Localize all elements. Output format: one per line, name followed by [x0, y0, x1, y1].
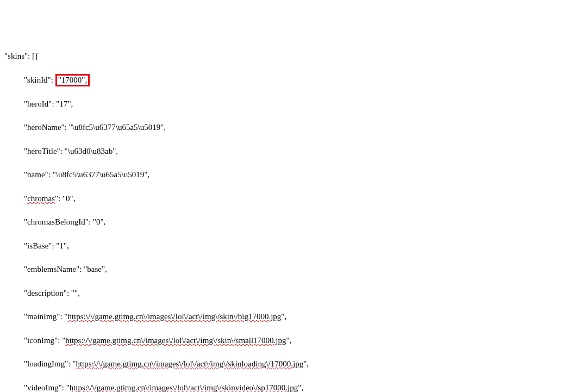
skin0-name: "name": "\u8fc5\u6377\u65a5\u5019",	[20, 169, 587, 181]
chromas-key: chromas	[27, 194, 55, 203]
skin0-skinid: "skinId": "17000",	[20, 74, 587, 86]
skin0-loadingimg: "loadingImg": "https:\/\/game.gtimg.cn\/…	[20, 358, 587, 370]
skins-open: "skins": [{	[0, 51, 587, 63]
skin0-mainimg: "mainImg": "https:\/\/game.gtimg.cn\/ima…	[20, 311, 587, 323]
skin0-videoimg: "videoImg": "https:\/\/game.gtimg.cn\/im…	[20, 382, 587, 393]
skin0-herotitle: "heroTitle": "\u63d0\u83ab",	[20, 146, 587, 158]
url-text: https:\/\/game.gtimg.cn\/images\/lol\/ac…	[65, 336, 286, 345]
url-text: https:\/\/game.gtimg.cn\/images\/lol\/ac…	[76, 359, 303, 368]
chromas-rest: ": "0",	[55, 194, 76, 203]
skin0-iconimg: "iconImg": "https:\/\/game.gtimg.cn\/ima…	[20, 335, 587, 347]
highlight-box-17000: "17000",	[55, 74, 90, 86]
skinid-key: "skinId":	[24, 76, 55, 84]
skin0-description: "description": "",	[20, 288, 587, 300]
skin0-heroname: "heroName": "\u8fc5\u6377\u65a5\u5019",	[20, 122, 587, 134]
skin0-heroid: "heroId": "17",	[20, 98, 587, 110]
skin0-isbase: "isBase": "1",	[20, 240, 587, 252]
url-text: https:\/\/game.gtimg.cn\/images\/lol\/ac…	[70, 383, 298, 392]
skin0-emblemsname: "emblemsName": "base",	[20, 264, 587, 276]
skin0-chromas: "chromas": "0",	[20, 193, 587, 205]
skin0-chromasbelongid: "chromasBelongId": "0",	[20, 216, 587, 228]
url-text: https:\/\/game.gtimg.cn\/images\/lol\/ac…	[67, 312, 281, 321]
